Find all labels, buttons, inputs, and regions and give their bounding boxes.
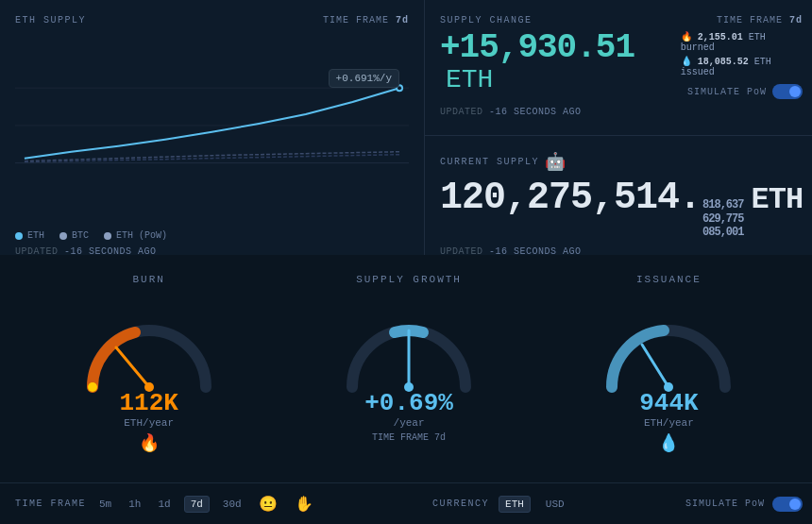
burn-gauge-container bbox=[74, 293, 225, 387]
bottom-right: SIMULATE PoW bbox=[685, 497, 803, 512]
right-top: SUPPLY CHANGE TIME FRAME 7d +15,930.51 E… bbox=[425, 0, 812, 272]
current-supply-panel: CURRENT SUPPLY 🤖 120,275,514. 818,637 62… bbox=[425, 136, 812, 272]
svg-line-10 bbox=[642, 345, 668, 387]
gauges-row: BURN 112K ETH/year bbox=[0, 255, 812, 482]
emoji-settings-btn[interactable]: 😐 bbox=[255, 493, 281, 515]
robot-emoji: 🤖 bbox=[545, 151, 566, 172]
bottom-bar: TIME FRAME 5m 1h 1d 7d 30d 😐 ✋ CURRENCY … bbox=[0, 482, 812, 524]
issuance-gauge-icon: 💧 bbox=[658, 432, 679, 453]
time-btn-7d[interactable]: 7d bbox=[184, 496, 210, 513]
issuance-gauge-unit: ETH/year bbox=[644, 417, 694, 429]
legend-dot-btc bbox=[59, 232, 67, 240]
burn-icon: 🔥 bbox=[681, 32, 692, 42]
rate-badge: +0.691%/y bbox=[329, 69, 399, 88]
issuance-gauge-svg bbox=[593, 293, 744, 406]
svg-line-5 bbox=[116, 347, 149, 387]
burned-row: 🔥 2,155.01 ETH burned bbox=[681, 31, 803, 53]
simulate-pow-toggle[interactable] bbox=[772, 84, 803, 99]
issued-row: 💧 18,085.52 ETH issued bbox=[681, 56, 803, 77]
bottom-center: CURRENCY ETH USD bbox=[432, 496, 570, 513]
issuance-gauge-panel: ISSUANCE 944K ETH/year 💧 bbox=[539, 264, 799, 473]
legend-dot-eth bbox=[15, 232, 23, 240]
supply-change-value-row: +15,930.51 ETH bbox=[440, 31, 681, 94]
eth-supply-timeframe: TIME FRAME 7d bbox=[323, 15, 409, 25]
current-supply-value: 120,275,514. 818,637 629,775 085,001 ETH bbox=[440, 179, 803, 239]
svg-point-9 bbox=[404, 382, 414, 392]
currency-bar-label: CURRENCY bbox=[432, 499, 489, 509]
burn-gauge-icon: 🔥 bbox=[139, 432, 160, 453]
legend-dot-eth-pow bbox=[104, 232, 111, 240]
issue-icon: 💧 bbox=[681, 57, 692, 67]
supply-growth-gauge-panel: SUPPLY GROWTH +0.69% /year TIME FR bbox=[279, 264, 538, 473]
timeframe-bar-label: TIME FRAME bbox=[15, 499, 86, 509]
supply-growth-gauge-container bbox=[333, 293, 484, 387]
time-btn-1h[interactable]: 1h bbox=[125, 497, 144, 512]
simulate-pow-toggle-bottom[interactable] bbox=[772, 497, 803, 512]
burn-gauge-panel: BURN 112K ETH/year bbox=[19, 264, 279, 473]
time-btn-1d[interactable]: 1d bbox=[154, 497, 174, 512]
current-supply-header: CURRENT SUPPLY 🤖 bbox=[440, 151, 803, 172]
eth-supply-label: ETH SUPPLY bbox=[15, 15, 86, 25]
svg-point-6 bbox=[144, 382, 154, 392]
supply-change-updated: UPDATED -16 SECONDS AGO bbox=[440, 107, 803, 117]
supply-change-timeframe: TIME FRAME 7d bbox=[717, 15, 803, 25]
eth-supply-header: ETH SUPPLY TIME FRAME 7d bbox=[15, 15, 409, 25]
legend-btc: BTC bbox=[59, 230, 89, 241]
bottom-left: TIME FRAME 5m 1h 1d 7d 30d 😐 ✋ bbox=[15, 493, 317, 515]
supply-growth-timeframe: TIME FRAME 7d bbox=[372, 432, 446, 443]
chart-svg bbox=[15, 41, 409, 182]
supply-change-panel: SUPPLY CHANGE TIME FRAME 7d +15,930.51 E… bbox=[425, 0, 812, 136]
small-digits: 818,637 629,775 085,001 bbox=[702, 198, 743, 239]
current-supply-unit: ETH bbox=[751, 185, 803, 215]
issuance-gauge-title: ISSUANCE bbox=[636, 274, 702, 285]
eth-supply-chart: +0.691%/y bbox=[15, 41, 409, 219]
simulate-pow-row: SIMULATE PoW bbox=[687, 84, 803, 99]
svg-point-11 bbox=[664, 382, 673, 392]
burn-gauge-svg bbox=[74, 293, 225, 406]
supply-change-unit: ETH bbox=[446, 65, 493, 94]
legend-eth-pow: ETH (PoW) bbox=[104, 230, 167, 241]
supply-growth-gauge-unit: /year bbox=[394, 417, 425, 429]
supply-growth-gauge-svg bbox=[333, 293, 484, 406]
burn-gauge-unit: ETH/year bbox=[124, 417, 174, 429]
supply-change-label: SUPPLY CHANGE bbox=[440, 15, 533, 25]
currency-btn-eth[interactable]: ETH bbox=[499, 496, 531, 513]
time-btn-30d[interactable]: 30d bbox=[219, 497, 245, 512]
burned-issued-info: 🔥 2,155.01 ETH burned 💧 18,085.52 ETH is… bbox=[681, 31, 803, 99]
hand-btn[interactable]: ✋ bbox=[291, 493, 317, 515]
supply-change-value: +15,930.51 bbox=[440, 28, 634, 67]
supply-growth-gauge-title: SUPPLY GROWTH bbox=[356, 274, 462, 285]
dashboard: ETH SUPPLY TIME FRAME 7d bbox=[0, 0, 812, 524]
legend-eth: ETH bbox=[15, 230, 44, 241]
eth-supply-panel: ETH SUPPLY TIME FRAME 7d bbox=[0, 0, 425, 272]
simulate-pow-label: SIMULATE PoW bbox=[685, 499, 765, 509]
bottom-row: BURN 112K ETH/year bbox=[0, 255, 812, 524]
currency-btn-usd[interactable]: USD bbox=[540, 497, 570, 512]
svg-point-7 bbox=[88, 382, 97, 392]
burn-gauge-title: BURN bbox=[132, 274, 164, 285]
supply-change-header: SUPPLY CHANGE TIME FRAME 7d bbox=[440, 15, 803, 25]
time-btn-5m[interactable]: 5m bbox=[95, 497, 115, 512]
issuance-gauge-container bbox=[593, 293, 744, 387]
top-row: ETH SUPPLY TIME FRAME 7d bbox=[0, 0, 812, 255]
current-supply-label: CURRENT SUPPLY bbox=[440, 157, 539, 167]
chart-legend: ETH BTC ETH (PoW) bbox=[15, 230, 409, 241]
